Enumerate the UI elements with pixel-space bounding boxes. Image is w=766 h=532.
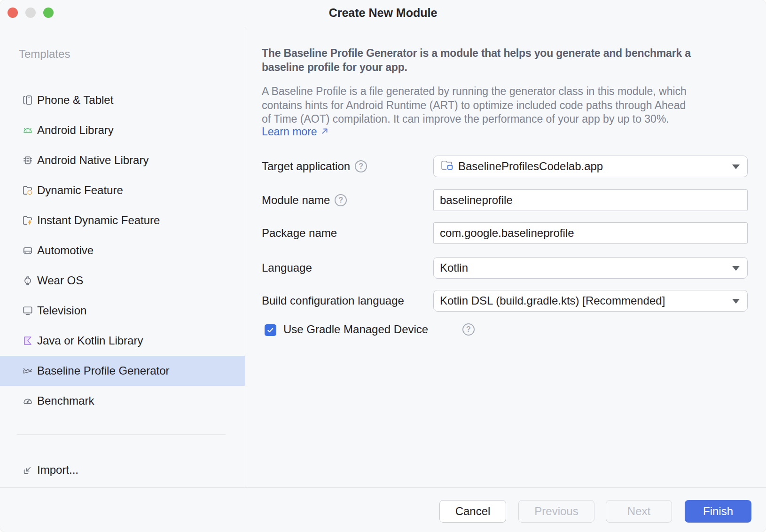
sidebar-item-label: Android Native Library bbox=[37, 154, 149, 167]
sidebar-item-label: Wear OS bbox=[37, 274, 83, 287]
template-list: Phone & Tablet Android Library bbox=[0, 85, 245, 416]
build-configuration-language-select[interactable]: Kotlin DSL (build.gradle.kts) [Recommend… bbox=[433, 290, 748, 312]
phone-tablet-icon bbox=[22, 94, 34, 106]
sidebar-item-label: Android Library bbox=[37, 124, 114, 137]
cancel-button[interactable]: Cancel bbox=[439, 500, 506, 523]
sidebar-item-android-library[interactable]: Android Library bbox=[0, 115, 245, 145]
sidebar-item-android-native-library[interactable]: Android Native Library bbox=[0, 145, 245, 175]
sidebar-item-wear-os[interactable]: Wear OS bbox=[0, 266, 245, 296]
sidebar-item-label: Baseline Profile Generator bbox=[37, 364, 169, 377]
car-icon bbox=[22, 244, 34, 257]
sidebar-item-benchmark[interactable]: Benchmark bbox=[0, 386, 245, 416]
module-description-text: A Baseline Profile is a file generated b… bbox=[262, 85, 687, 126]
help-icon[interactable]: ? bbox=[335, 194, 347, 206]
sidebar-item-baseline-profile-generator[interactable]: Baseline Profile Generator bbox=[0, 356, 245, 386]
module-folder-icon bbox=[440, 159, 453, 174]
previous-button[interactable]: Previous bbox=[518, 500, 594, 523]
sidebar-item-instant-dynamic-feature[interactable]: Instant Dynamic Feature bbox=[0, 205, 245, 235]
tv-icon bbox=[22, 305, 34, 317]
chevron-down-icon bbox=[732, 299, 740, 304]
instant-dynamic-feature-icon bbox=[22, 214, 34, 227]
module-intro-text: The Baseline Profile Generator is a modu… bbox=[262, 46, 691, 74]
sidebar-divider bbox=[245, 27, 245, 487]
sidebar-item-label: Television bbox=[37, 304, 86, 317]
chevron-down-icon bbox=[732, 266, 740, 271]
use-gradle-managed-device-checkbox[interactable] bbox=[265, 324, 276, 336]
sidebar-item-phone-tablet[interactable]: Phone & Tablet bbox=[0, 85, 245, 115]
checkmark-icon bbox=[266, 326, 275, 335]
sidebar-item-label: Automotive bbox=[37, 244, 94, 257]
finish-button[interactable]: Finish bbox=[685, 500, 751, 523]
sidebar-item-import[interactable]: Import... bbox=[0, 455, 245, 485]
watch-icon bbox=[22, 274, 34, 287]
sidebar-item-java-kotlin-library[interactable]: Java or Kotlin Library bbox=[0, 326, 245, 356]
sidebar-item-label: Dynamic Feature bbox=[37, 184, 123, 197]
sidebar-item-dynamic-feature[interactable]: Dynamic Feature bbox=[0, 175, 245, 205]
create-new-module-dialog: Create New Module Templates Phone & Tabl… bbox=[0, 0, 766, 532]
sidebar-item-label: Java or Kotlin Library bbox=[37, 334, 143, 347]
android-icon bbox=[22, 124, 34, 136]
footer-divider bbox=[0, 487, 766, 488]
package-name-label: Package name bbox=[262, 222, 337, 244]
target-application-select[interactable]: BaselineProfilesCodelab.app bbox=[433, 156, 748, 177]
external-link-arrow-icon bbox=[320, 125, 329, 138]
import-icon bbox=[22, 464, 34, 476]
learn-more-link[interactable]: Learn more bbox=[262, 125, 329, 138]
module-name-label: Module name ? bbox=[262, 189, 347, 211]
help-icon[interactable]: ? bbox=[462, 323, 475, 336]
chevron-down-icon bbox=[732, 164, 740, 169]
language-select[interactable]: Kotlin bbox=[433, 257, 748, 279]
module-name-input[interactable] bbox=[433, 189, 748, 211]
baseline-chart-icon bbox=[22, 365, 34, 377]
sidebar-item-label: Benchmark bbox=[37, 394, 94, 407]
gauge-icon bbox=[22, 395, 34, 407]
next-button[interactable]: Next bbox=[606, 500, 672, 523]
templates-header: Templates bbox=[19, 47, 70, 61]
package-name-input[interactable] bbox=[433, 222, 748, 244]
dynamic-feature-icon bbox=[22, 184, 34, 196]
chip-icon bbox=[22, 154, 34, 166]
import-label: Import... bbox=[37, 463, 78, 477]
sidebar-section-divider bbox=[17, 434, 226, 435]
sidebar-item-television[interactable]: Television bbox=[0, 296, 245, 326]
dialog-title: Create New Module bbox=[0, 6, 766, 20]
sidebar-item-automotive[interactable]: Automotive bbox=[0, 235, 245, 266]
sidebar-item-label: Instant Dynamic Feature bbox=[37, 214, 160, 227]
build-configuration-language-label: Build configuration language bbox=[262, 290, 404, 312]
help-icon[interactable]: ? bbox=[355, 160, 367, 172]
language-label: Language bbox=[262, 257, 312, 279]
kotlin-icon bbox=[22, 335, 34, 347]
use-gradle-managed-device-label: Use Gradle Managed Device bbox=[283, 319, 428, 340]
target-application-label: Target application ? bbox=[262, 156, 367, 177]
sidebar-item-label: Phone & Tablet bbox=[37, 94, 113, 107]
